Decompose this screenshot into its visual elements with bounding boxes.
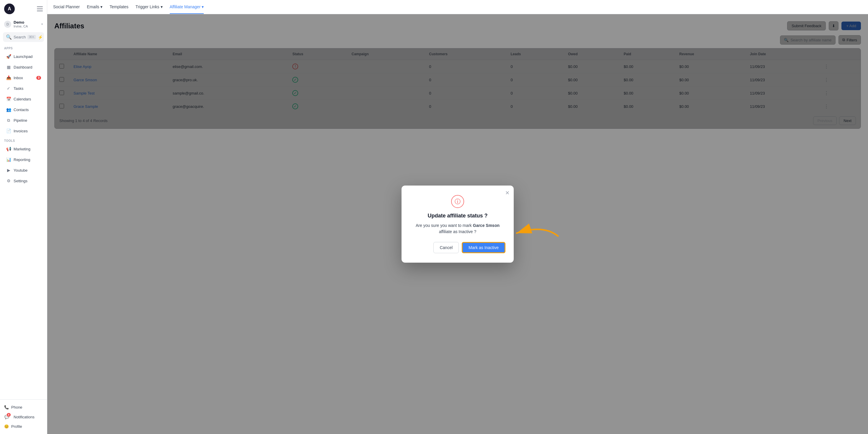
sidebar-item-label: Inbox (13, 76, 23, 80)
sidebar-item-label: Dashboard (13, 65, 32, 69)
cancel-button[interactable]: Cancel (433, 242, 459, 253)
account-selector[interactable]: D Demo Irvine, CA ▾ (0, 18, 47, 30)
launchpad-icon: 🚀 (6, 54, 11, 59)
sidebar-item-marketing[interactable]: 📢 Marketing (2, 144, 45, 154)
sidebar-item-label: Profile (11, 424, 22, 429)
arrow-annotation (514, 218, 561, 248)
inbox-icon: 📥 (6, 75, 11, 80)
sidebar-item-tasks[interactable]: ✓ Tasks (2, 83, 45, 93)
pipeline-icon: ⧉ (6, 118, 11, 123)
phone-icon: 📞 (4, 405, 9, 409)
reporting-icon: 📊 (6, 157, 11, 162)
sidebar-item-phone[interactable]: 📞 Phone (0, 403, 47, 412)
avatar: A (4, 4, 15, 14)
affiliate-manager-chevron-icon: ▾ (202, 4, 204, 9)
modal-warning-icon: ⓘ (451, 195, 464, 208)
settings-icon: ⚙ (6, 178, 11, 183)
nav-emails[interactable]: Emails ▾ (87, 0, 102, 14)
page-content: Affiliates Submit Feedback ⬇ + Add 🔍 Sea… (47, 14, 868, 434)
sidebar-item-label: Contacts (13, 108, 29, 112)
sidebar-item-label: Tasks (13, 86, 23, 91)
notifications-badge: 8 (7, 413, 11, 416)
sidebar: A D Demo Irvine, CA ▾ 🔍 Search ⌘K ⚡ Apps… (0, 0, 47, 434)
nav-social-planner[interactable]: Social Planner (53, 0, 80, 14)
sidebar-item-notifications[interactable]: 💬 8 Notifications (0, 412, 47, 422)
nav-affiliate-manager[interactable]: Affiliate Manager ▾ (170, 0, 204, 14)
update-status-modal: ✕ ⓘ Update affiliate status ? Are you su… (402, 185, 514, 263)
main-area: Social Planner Emails ▾ Templates Trigge… (47, 0, 868, 434)
sidebar-item-contacts[interactable]: 👥 Contacts (2, 105, 45, 115)
sidebar-item-settings[interactable]: ⚙ Settings (2, 176, 45, 186)
sidebar-item-inbox[interactable]: 📥 Inbox 0 (2, 73, 45, 83)
top-nav: Social Planner Emails ▾ Templates Trigge… (47, 0, 868, 14)
sidebar-item-label: Youtube (13, 168, 27, 173)
modal-title: Update affiliate status ? (410, 213, 505, 219)
dashboard-icon: ▦ (6, 64, 11, 70)
nav-templates[interactable]: Templates (110, 0, 128, 14)
bolt-icon: ⚡ (38, 35, 43, 39)
sidebar-item-label: Settings (13, 179, 27, 183)
sidebar-item-youtube[interactable]: ▶ Youtube (2, 165, 45, 175)
sidebar-item-profile[interactable]: 😊 Profile (0, 422, 47, 431)
sidebar-item-label: Launchpad (13, 54, 32, 59)
notifications-icon-wrapper: 💬 8 (4, 414, 9, 419)
account-info: Demo Irvine, CA (13, 20, 39, 28)
invoices-icon: 📄 (6, 128, 11, 134)
search-icon: 🔍 (6, 34, 12, 40)
tools-section-label: Tools (0, 136, 47, 144)
modal-body: Are you sure you want to mark Garce Smso… (410, 223, 505, 235)
inbox-badge: 0 (36, 76, 41, 80)
sidebar-item-reporting[interactable]: 📊 Reporting (2, 154, 45, 165)
hamburger-icon[interactable] (37, 6, 43, 11)
sidebar-item-launchpad[interactable]: 🚀 Launchpad (2, 51, 45, 61)
mark-as-inactive-button[interactable]: Mark as Inactive (462, 242, 505, 253)
emails-chevron-icon: ▾ (100, 4, 102, 9)
account-name: Demo (13, 20, 39, 25)
search-shortcut: ⌘K (27, 35, 36, 39)
sidebar-item-label: Pipeline (13, 118, 27, 123)
sidebar-item-label: Invoices (13, 129, 28, 133)
search-bar[interactable]: 🔍 Search ⌘K ⚡ (3, 32, 44, 42)
sidebar-item-label: Calendars (13, 97, 31, 102)
nav-trigger-links[interactable]: Trigger Links ▾ (135, 0, 162, 14)
youtube-icon: ▶ (6, 168, 11, 173)
modal-actions: Cancel Mark as Inactive (410, 242, 505, 253)
account-avatar: D (4, 21, 11, 28)
modal-overlay: ✕ ⓘ Update affiliate status ? Are you su… (47, 14, 868, 434)
sidebar-bottom: 📞 Phone 💬 8 Notifications 😊 Profile (0, 399, 47, 434)
search-label: Search (13, 35, 26, 39)
trigger-links-chevron-icon: ▾ (161, 4, 163, 9)
modal-close-button[interactable]: ✕ (505, 190, 509, 196)
contacts-icon: 👥 (6, 107, 11, 112)
modal-affiliate-name: Garce Smson (473, 223, 500, 228)
marketing-icon: 📢 (6, 146, 11, 151)
sidebar-header: A (0, 0, 47, 18)
sidebar-item-label: Notifications (13, 415, 35, 419)
sidebar-item-calendars[interactable]: 📅 Calendars (2, 94, 45, 104)
sidebar-item-label: Phone (11, 405, 23, 409)
sidebar-item-label: Reporting (13, 157, 30, 162)
apps-section-label: Apps (0, 44, 47, 51)
sidebar-item-pipeline[interactable]: ⧉ Pipeline (2, 115, 45, 125)
sidebar-item-invoices[interactable]: 📄 Invoices (2, 126, 45, 136)
sidebar-item-label: Marketing (13, 147, 30, 151)
calendars-icon: 📅 (6, 96, 11, 102)
profile-icon: 😊 (4, 424, 9, 429)
chevron-down-icon: ▾ (41, 23, 43, 26)
sidebar-item-dashboard[interactable]: ▦ Dashboard (2, 62, 45, 72)
account-location: Irvine, CA (13, 25, 39, 28)
tasks-icon: ✓ (6, 86, 11, 91)
